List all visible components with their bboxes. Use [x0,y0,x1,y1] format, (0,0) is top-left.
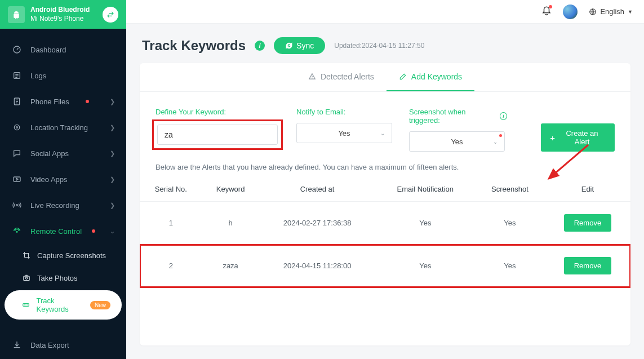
tab-label: Detected Alerts [321,72,374,81]
topbar: English ▼ [126,0,644,24]
nav-export[interactable]: Data Export [0,332,126,358]
crop-icon [21,250,32,260]
nav-remote[interactable]: Remote Control ⌄ [0,218,126,244]
chevron-right-icon: ❯ [110,98,115,105]
keyword-highlight-box [152,119,283,150]
col-created: Created at [259,177,376,202]
col-screenshot: Screenshot [475,177,545,202]
nav-sub-capture[interactable]: Capture Screenshots [0,244,126,267]
col-serial: Serial No. [140,177,202,202]
alert-icon [308,73,316,81]
chevron-right-icon: ❯ [110,202,115,209]
cell-screenshot: Yes [475,245,545,287]
notify-select[interactable]: Yes ⌄ [296,123,392,143]
sync-label: Sync [296,41,314,50]
tab-label: Add Keywords [411,72,462,81]
tabs: Detected Alerts Add Keywords [140,63,630,92]
nav-sub-label: Track Keywords [37,296,85,313]
keyword-input[interactable] [157,125,278,145]
notification-dot [549,5,552,8]
tab-add[interactable]: Add Keywords [387,63,474,91]
table-row: 1 h 2024-02-27 17:36:38 Yes Yes Remove [140,202,630,245]
page-title: Track Keywords [142,38,246,54]
nav-location[interactable]: Location Tracking ❯ [0,114,126,140]
nav-label: Live Recording [30,201,79,210]
page-header: Track Keywords i Sync Updated:2024-04-15… [126,24,644,63]
cell-created: 2024-02-27 17:36:38 [259,202,376,245]
alert-dot [86,100,89,103]
list-icon [11,70,23,81]
define-label: Define Your Keyword: [156,108,279,116]
screenshot-label: Screenshot when triggered: i [409,108,507,125]
nav-live[interactable]: Live Recording ❯ [0,192,126,218]
alert-dot [92,229,95,233]
cell-serial: 1 [140,202,202,245]
remove-button[interactable]: Remove [564,214,611,232]
sync-button[interactable]: Sync [274,37,325,54]
nav-label: Video Apps [30,175,68,184]
chevron-right-icon: ❯ [110,176,115,183]
nav-logs[interactable]: Logs [0,63,126,88]
create-alert-button[interactable]: + Create an Alert [541,123,615,152]
sidebar: Android Bluedroid Mi Note9's Phone Dashb… [0,0,126,359]
nav-phone-files[interactable]: Phone Files ❯ [0,88,126,114]
cell-serial: 2 [140,245,202,287]
video-icon [11,174,23,185]
nav: Dashboard Logs Phone Files ❯ Location Tr… [0,29,126,359]
plus-icon: + [550,134,555,142]
nav-label: Location Tracking [30,123,88,132]
table-row: 2 zaza 2024-04-15 11:28:00 Yes Yes Remov… [140,245,630,287]
language-selector[interactable]: English ▼ [589,7,633,16]
remove-button[interactable]: Remove [564,257,611,274]
nav-label: Data Export [30,341,69,349]
nav-sub-photos[interactable]: Take Photos [0,267,126,289]
avatar[interactable] [563,5,578,19]
nav-social[interactable]: Social Apps ❯ [0,140,126,166]
content-card: Detected Alerts Add Keywords Define Your… [140,63,630,345]
svg-point-3 [14,125,19,130]
nav-dashboard[interactable]: Dashboard [0,37,126,63]
screenshot-select[interactable]: Yes ⌄ [409,131,505,152]
svg-point-7 [16,232,17,233]
svg-point-9 [25,277,28,280]
export-icon [11,339,23,351]
screenshot-value: Yes [451,138,463,146]
create-label: Create an Alert [558,129,606,146]
chevron-right-icon: ❯ [110,124,115,131]
nav-sub-label: Take Photos [37,274,78,282]
camera-icon [21,273,32,283]
chevron-right-icon: ❯ [110,150,115,157]
nav-label: Social Apps [30,149,69,158]
svg-rect-8 [24,276,30,281]
new-badge: New [90,301,110,309]
svg-rect-5 [14,177,20,181]
info-icon[interactable]: i [255,41,265,51]
nav-label: Remote Control [30,227,82,236]
nav-sub-keywords[interactable]: Track Keywords New [5,290,122,320]
chevron-down-icon: ⌄ [493,139,498,145]
android-icon [8,6,25,23]
tab-detected[interactable]: Detected Alerts [296,63,387,91]
refresh-icon [285,42,293,50]
globe-icon [589,8,597,16]
notify-value: Yes [338,129,350,138]
col-keyword: Keyword [202,177,259,202]
updated-text: Updated:2024-04-15 11:27:50 [334,42,424,50]
gauge-icon [11,44,23,55]
broadcast-icon [11,200,23,211]
chat-icon [11,148,23,159]
device-sub: Mi Note9's Phone [30,15,103,24]
device-name: Android Bluedroid [30,6,103,15]
device-header[interactable]: Android Bluedroid Mi Note9's Phone [0,0,126,29]
nav-video[interactable]: Video Apps ❯ [0,166,126,192]
info-icon[interactable]: i [500,112,508,120]
nav-label: Phone Files [30,97,69,106]
cell-email: Yes [376,245,475,287]
swap-icon[interactable] [103,7,118,23]
svg-point-6 [16,205,18,206]
cell-email: Yes [376,202,475,245]
nav-label: Logs [30,72,46,80]
main: English ▼ Track Keywords i Sync Updated:… [126,0,644,359]
notify-col: Notify to Email: Yes ⌄ [296,108,392,143]
notifications-button[interactable] [541,6,552,18]
